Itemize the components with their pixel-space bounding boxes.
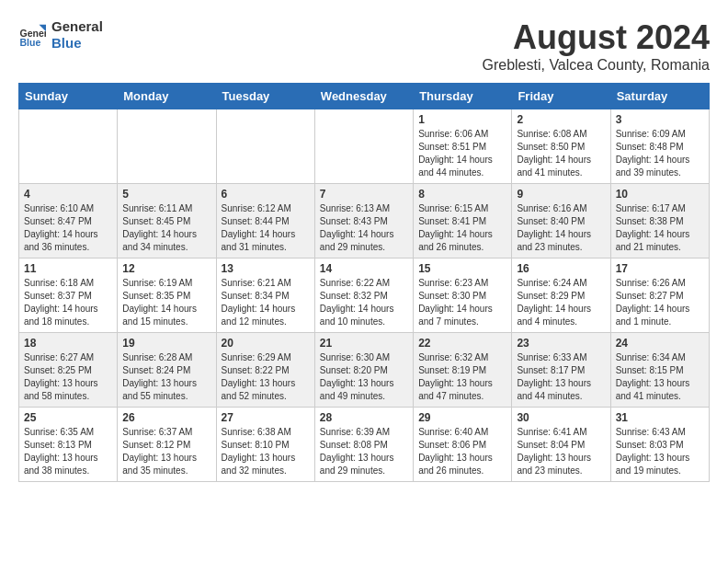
col-header-sunday: Sunday (19, 84, 118, 109)
day-content: Sunrise: 6:15 AM Sunset: 8:41 PM Dayligh… (418, 202, 506, 254)
calendar-cell: 13Sunrise: 6:21 AM Sunset: 8:34 PM Dayli… (216, 259, 314, 333)
day-number: 24 (616, 337, 704, 350)
calendar-cell: 18Sunrise: 6:27 AM Sunset: 8:25 PM Dayli… (19, 333, 118, 408)
day-content: Sunrise: 6:38 AM Sunset: 8:10 PM Dayligh… (222, 426, 310, 477)
day-content: Sunrise: 6:21 AM Sunset: 8:34 PM Dayligh… (222, 277, 310, 328)
calendar-cell: 10Sunrise: 6:17 AM Sunset: 8:38 PM Dayli… (610, 184, 709, 259)
col-header-wednesday: Wednesday (314, 84, 413, 109)
day-content: Sunrise: 6:06 AM Sunset: 8:51 PM Dayligh… (418, 128, 506, 179)
title-area: August 2024 Greblesti, Valcea County, Ro… (482, 18, 710, 74)
calendar-cell: 1Sunrise: 6:06 AM Sunset: 8:51 PM Daylig… (414, 109, 512, 184)
day-number: 26 (122, 411, 210, 424)
calendar-cell: 30Sunrise: 6:41 AM Sunset: 8:04 PM Dayli… (512, 408, 610, 482)
day-number: 16 (517, 262, 605, 275)
day-content: Sunrise: 6:22 AM Sunset: 8:32 PM Dayligh… (320, 277, 408, 328)
day-content: Sunrise: 6:30 AM Sunset: 8:20 PM Dayligh… (320, 351, 408, 403)
calendar-cell: 12Sunrise: 6:19 AM Sunset: 8:35 PM Dayli… (118, 259, 216, 333)
logo: General Blue General Blue (18, 18, 103, 52)
day-number: 15 (418, 262, 506, 275)
calendar-cell: 2Sunrise: 6:08 AM Sunset: 8:50 PM Daylig… (512, 109, 610, 184)
day-number: 30 (517, 411, 605, 424)
calendar-week-row: 25Sunrise: 6:35 AM Sunset: 8:13 PM Dayli… (19, 408, 710, 482)
calendar-cell (314, 109, 413, 184)
day-content: Sunrise: 6:43 AM Sunset: 8:03 PM Dayligh… (616, 426, 704, 477)
calendar-cell: 17Sunrise: 6:26 AM Sunset: 8:27 PM Dayli… (610, 259, 709, 333)
calendar-cell (216, 109, 314, 184)
calendar-cell: 29Sunrise: 6:40 AM Sunset: 8:06 PM Dayli… (414, 408, 512, 482)
day-content: Sunrise: 6:23 AM Sunset: 8:30 PM Dayligh… (418, 277, 506, 328)
col-header-thursday: Thursday (414, 84, 512, 109)
calendar-cell: 4Sunrise: 6:10 AM Sunset: 8:47 PM Daylig… (19, 184, 118, 259)
calendar-cell: 5Sunrise: 6:11 AM Sunset: 8:45 PM Daylig… (118, 184, 216, 259)
day-number: 14 (320, 262, 408, 275)
day-content: Sunrise: 6:34 AM Sunset: 8:15 PM Dayligh… (616, 351, 704, 403)
calendar-cell: 28Sunrise: 6:39 AM Sunset: 8:08 PM Dayli… (314, 408, 413, 482)
day-content: Sunrise: 6:19 AM Sunset: 8:35 PM Dayligh… (122, 277, 210, 328)
calendar-week-row: 11Sunrise: 6:18 AM Sunset: 8:37 PM Dayli… (19, 259, 710, 333)
day-number: 8 (418, 188, 506, 201)
day-content: Sunrise: 6:40 AM Sunset: 8:06 PM Dayligh… (418, 426, 506, 477)
day-number: 28 (320, 411, 408, 424)
svg-text:Blue: Blue (20, 37, 41, 48)
day-content: Sunrise: 6:26 AM Sunset: 8:27 PM Dayligh… (616, 277, 704, 328)
logo-blue: Blue (51, 35, 103, 52)
calendar-body: 1Sunrise: 6:06 AM Sunset: 8:51 PM Daylig… (19, 109, 710, 482)
month-title: August 2024 (482, 18, 710, 57)
day-number: 13 (222, 262, 310, 275)
day-content: Sunrise: 6:11 AM Sunset: 8:45 PM Dayligh… (122, 202, 210, 254)
calendar-cell: 9Sunrise: 6:16 AM Sunset: 8:40 PM Daylig… (512, 184, 610, 259)
day-number: 17 (616, 262, 704, 275)
day-number: 6 (222, 188, 310, 201)
day-number: 29 (418, 411, 506, 424)
calendar-cell (19, 109, 118, 184)
day-number: 27 (222, 411, 310, 424)
calendar-table: SundayMondayTuesdayWednesdayThursdayFrid… (18, 83, 710, 482)
day-number: 22 (418, 337, 506, 350)
day-content: Sunrise: 6:09 AM Sunset: 8:48 PM Dayligh… (616, 128, 704, 179)
day-number: 11 (24, 262, 112, 275)
calendar-cell: 25Sunrise: 6:35 AM Sunset: 8:13 PM Dayli… (19, 408, 118, 482)
calendar-cell: 27Sunrise: 6:38 AM Sunset: 8:10 PM Dayli… (216, 408, 314, 482)
calendar-cell: 8Sunrise: 6:15 AM Sunset: 8:41 PM Daylig… (414, 184, 512, 259)
col-header-tuesday: Tuesday (216, 84, 314, 109)
col-header-monday: Monday (118, 84, 216, 109)
day-number: 2 (517, 113, 605, 126)
day-content: Sunrise: 6:32 AM Sunset: 8:19 PM Dayligh… (418, 351, 506, 403)
day-content: Sunrise: 6:16 AM Sunset: 8:40 PM Dayligh… (517, 202, 605, 254)
day-content: Sunrise: 6:28 AM Sunset: 8:24 PM Dayligh… (122, 351, 210, 403)
calendar-cell: 23Sunrise: 6:33 AM Sunset: 8:17 PM Dayli… (512, 333, 610, 408)
day-number: 18 (24, 337, 112, 350)
calendar-cell: 31Sunrise: 6:43 AM Sunset: 8:03 PM Dayli… (610, 408, 709, 482)
calendar-week-row: 4Sunrise: 6:10 AM Sunset: 8:47 PM Daylig… (19, 184, 710, 259)
day-number: 4 (24, 188, 112, 201)
calendar-cell: 11Sunrise: 6:18 AM Sunset: 8:37 PM Dayli… (19, 259, 118, 333)
day-content: Sunrise: 6:10 AM Sunset: 8:47 PM Dayligh… (24, 202, 112, 254)
day-number: 25 (24, 411, 112, 424)
calendar-cell: 3Sunrise: 6:09 AM Sunset: 8:48 PM Daylig… (610, 109, 709, 184)
page-header: General Blue General Blue August 2024 Gr… (18, 18, 710, 74)
day-content: Sunrise: 6:13 AM Sunset: 8:43 PM Dayligh… (320, 202, 408, 254)
day-number: 9 (517, 188, 605, 201)
day-content: Sunrise: 6:37 AM Sunset: 8:12 PM Dayligh… (122, 426, 210, 477)
calendar-header-row: SundayMondayTuesdayWednesdayThursdayFrid… (19, 84, 710, 109)
calendar-cell: 22Sunrise: 6:32 AM Sunset: 8:19 PM Dayli… (414, 333, 512, 408)
calendar-week-row: 18Sunrise: 6:27 AM Sunset: 8:25 PM Dayli… (19, 333, 710, 408)
day-content: Sunrise: 6:24 AM Sunset: 8:29 PM Dayligh… (517, 277, 605, 328)
calendar-cell (118, 109, 216, 184)
day-content: Sunrise: 6:08 AM Sunset: 8:50 PM Dayligh… (517, 128, 605, 179)
day-number: 31 (616, 411, 704, 424)
day-content: Sunrise: 6:12 AM Sunset: 8:44 PM Dayligh… (222, 202, 310, 254)
col-header-saturday: Saturday (610, 84, 709, 109)
day-number: 5 (122, 188, 210, 201)
day-content: Sunrise: 6:35 AM Sunset: 8:13 PM Dayligh… (24, 426, 112, 477)
day-number: 23 (517, 337, 605, 350)
calendar-cell: 26Sunrise: 6:37 AM Sunset: 8:12 PM Dayli… (118, 408, 216, 482)
calendar-cell: 16Sunrise: 6:24 AM Sunset: 8:29 PM Dayli… (512, 259, 610, 333)
day-content: Sunrise: 6:41 AM Sunset: 8:04 PM Dayligh… (517, 426, 605, 477)
calendar-week-row: 1Sunrise: 6:06 AM Sunset: 8:51 PM Daylig… (19, 109, 710, 184)
day-content: Sunrise: 6:18 AM Sunset: 8:37 PM Dayligh… (24, 277, 112, 328)
col-header-friday: Friday (512, 84, 610, 109)
location-title: Greblesti, Valcea County, Romania (482, 57, 710, 74)
day-number: 1 (418, 113, 506, 126)
day-number: 7 (320, 188, 408, 201)
